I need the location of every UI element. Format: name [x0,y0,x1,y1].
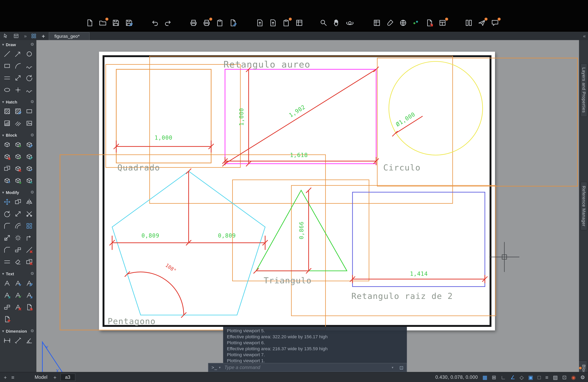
add-view-icon[interactable]: + [4,374,7,380]
gear-icon[interactable]: ⚙ [30,190,34,195]
pentagon-dim-right-text[interactable]: 0,809 [218,232,236,239]
stretch-icon[interactable] [14,210,22,218]
model-tab[interactable]: Model [31,373,51,381]
save-as-icon[interactable] [125,19,133,27]
select-tool-icon[interactable] [2,33,9,39]
expand-command-panel-icon[interactable]: ⊡ [399,365,403,370]
multiline-icon[interactable] [3,74,11,81]
aureo-height-text[interactable]: 1,000 [238,108,245,126]
linear-dimension-icon[interactable] [3,336,11,344]
save-icon[interactable] [112,19,120,27]
write-block-icon[interactable] [3,153,11,160]
insert-block-icon[interactable] [3,140,11,148]
offset-icon[interactable] [14,222,22,229]
drawing-canvas[interactable]: 1,000 Quadrado 1,000 1,902 1,618 Retangu… [36,40,579,372]
text-scale-icon[interactable] [25,291,33,299]
freehand-icon[interactable] [25,86,33,94]
quadrado-dim-text[interactable]: 1,000 [155,134,172,141]
pan-icon[interactable] [333,19,341,27]
pdf-export-text-icon[interactable] [25,303,33,311]
find-replace-icon[interactable] [3,291,11,299]
delete-duplicates-icon[interactable] [25,258,33,266]
pdf-export-icon[interactable] [425,19,433,27]
angular-dimension-icon[interactable] [25,336,33,344]
attach-reference-icon[interactable] [3,164,11,172]
hatch-icon[interactable] [3,107,11,115]
mirror-icon[interactable] [25,198,33,206]
coordinates-readout[interactable]: 0.430, 0.078, 0.000 [435,375,478,380]
open-drawing-icon[interactable] [99,19,107,27]
image-attach-icon[interactable] [25,119,33,127]
overflow-chevrons[interactable]: » [24,33,27,39]
erase-icon[interactable] [14,258,22,266]
block-editor-icon[interactable] [25,140,33,148]
edit-attribute-icon[interactable] [25,153,33,160]
align-icon[interactable] [14,246,22,253]
recent-commands-icon[interactable]: ▾ [392,366,393,369]
export-sheet-icon[interactable] [269,19,277,27]
fillet-icon[interactable] [3,222,11,229]
revision-arc-icon[interactable] [25,74,33,81]
copy-icon[interactable] [14,198,22,206]
page-setup-icon[interactable] [229,19,237,27]
sheet-set-manager-icon[interactable] [465,19,473,27]
replace-block-icon[interactable] [14,164,22,172]
new-drawing-icon[interactable] [85,19,94,27]
orbit-icon[interactable] [346,19,354,27]
import-file-icon[interactable] [282,19,290,27]
pdf-import-icon[interactable] [3,315,11,323]
trim-icon[interactable] [25,210,33,218]
single-line-text-icon[interactable] [3,279,11,287]
section-block-header[interactable]: ▾Block⚙ [0,131,36,139]
gear-icon[interactable]: ⚙ [30,99,34,104]
import-block-icon[interactable] [3,176,11,184]
purge-block-icon[interactable] [25,176,33,184]
web-publish-icon[interactable] [399,19,407,27]
ray-icon[interactable] [14,50,22,57]
drawing-tab[interactable]: figuras_geo* [49,32,90,40]
triangle-label[interactable]: Triangulo [264,276,312,285]
gear-icon[interactable]: ⚙ [30,271,34,276]
lineweight-icon[interactable]: ≡ [545,374,548,380]
share-drawing-icon[interactable] [478,19,486,27]
undo-icon[interactable] [151,19,159,27]
text-justify-icon[interactable] [3,303,11,311]
text-mask-icon[interactable] [14,303,22,311]
prompt-caret-icon[interactable]: ▾ [219,366,220,369]
viewport-icon[interactable] [13,33,20,39]
multiline-text-icon[interactable] [14,279,22,287]
edit-text-icon[interactable] [25,279,33,287]
ellipse-icon[interactable] [3,86,11,94]
object-snap-icon[interactable]: ▣ [528,374,533,380]
collapse-chevron[interactable]: « [583,33,586,39]
rotate-icon[interactable] [3,210,11,218]
match-properties-icon[interactable] [386,19,394,27]
new-tab-icon[interactable]: + [42,33,45,39]
circle-label[interactable]: Circulo [383,163,420,172]
array-icon[interactable] [25,222,33,229]
zoom-window-icon[interactable] [320,19,328,27]
quick-access-dots-icon[interactable] [412,19,420,27]
boundary-icon[interactable] [25,107,33,115]
define-attribute-icon[interactable] [14,153,22,160]
redo-icon[interactable] [164,19,172,27]
data-extraction-icon[interactable] [373,19,381,27]
stretch-line-icon[interactable] [14,74,22,81]
pentagon-label[interactable]: Pentagono [108,316,156,326]
arc-icon[interactable] [14,62,22,70]
extend-icon[interactable] [25,234,33,242]
polar-tracking-icon[interactable]: ∠ [510,374,515,380]
isodraft-icon[interactable]: ◇ [520,374,524,380]
aureo-base-text[interactable]: 1,618 [290,152,308,158]
section-hatch-header[interactable]: ▾Hatch⚙ [0,97,36,106]
region-icon[interactable] [14,119,22,127]
point-icon[interactable] [14,86,22,94]
gear-icon[interactable]: ⚙ [30,328,34,333]
print-preview-icon[interactable] [216,19,224,27]
line-icon[interactable] [3,50,11,57]
object-snap-tracking-icon[interactable]: □ [538,374,541,380]
break-icon[interactable] [25,246,33,253]
create-block-icon[interactable] [14,140,22,148]
spell-check-icon[interactable] [14,291,22,299]
scale-icon[interactable] [3,234,11,242]
